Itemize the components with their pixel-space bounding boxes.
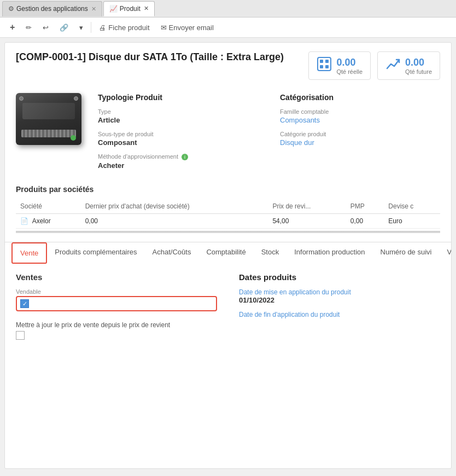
qty-future-label: Qté future	[405, 68, 432, 75]
hdd-platter	[22, 103, 75, 119]
vendable-label: Vendable	[16, 288, 217, 295]
product-body: Typologie Produit Type Article Sous-type…	[5, 84, 451, 185]
categorie-link[interactable]: Disque dur	[280, 138, 440, 147]
qty-reelle-label: Qté réelle	[336, 68, 363, 75]
update-price-row: Mettre à jour le prix de vente depuis le…	[16, 321, 217, 340]
fiche-produit-button[interactable]: 🖨 Fiche produit	[96, 22, 153, 33]
date-application-field: Date de mise en application du produit 0…	[239, 288, 440, 304]
add-button[interactable]: +	[7, 21, 18, 34]
typologie-title: Typologie Produit	[98, 93, 258, 102]
type-field: Type Article	[98, 108, 258, 124]
product-title-area: [COMP-0001-1] Disque dur SATA 1To (Taill…	[5, 43, 451, 84]
qty-future-value: 0.00	[405, 57, 432, 68]
hdd-screw-tr	[74, 96, 78, 101]
vendable-checkbox[interactable]	[20, 299, 29, 308]
qty-reelle-info: 0.00 Qté réelle	[336, 57, 363, 75]
table-bottom-shadow	[16, 231, 440, 233]
qty-reelle-value: 0.00	[336, 57, 363, 68]
tab-gestion-close[interactable]: ✕	[91, 5, 96, 13]
cell-societe: 📄 Axelor	[16, 214, 81, 229]
cell-devise: Euro	[384, 214, 440, 229]
print-icon: 🖨	[99, 24, 106, 32]
vendable-wrap: Vendable	[16, 288, 217, 317]
svg-rect-2	[325, 60, 329, 63]
tab-bar: ⚙ Gestion des applications ✕ 📈 Produit ✕	[0, 0, 456, 18]
date-application-label[interactable]: Date de mise en application du produit	[239, 288, 440, 296]
table-row: 📄 Axelor 0,00 54,00 0,00 Euro	[16, 214, 440, 229]
link-icon: 🔗	[60, 24, 68, 32]
email-icon: ✉	[161, 24, 167, 32]
tab-numero-suivi[interactable]: Numéro de suivi	[373, 242, 440, 264]
pencil-icon: ✏	[26, 24, 32, 32]
tab-gestion-label: Gestion des applications	[16, 5, 88, 13]
qty-future-icon	[385, 56, 401, 75]
envoyer-email-label: Envoyer email	[169, 24, 214, 32]
methode-value: Acheter	[98, 161, 258, 170]
product-details: Typologie Produit Type Article Sous-type…	[98, 93, 440, 176]
col-societe: Société	[16, 199, 81, 214]
vendable-checkbox-container	[16, 296, 217, 311]
attach-button[interactable]: 🔗	[56, 22, 72, 33]
svg-rect-3	[320, 65, 323, 68]
svg-rect-0	[318, 57, 331, 71]
svg-rect-1	[320, 60, 323, 63]
famille-field: Famille comptable Composants	[280, 108, 440, 124]
famille-link[interactable]: Composants	[280, 116, 440, 124]
sous-type-label: Sous-type de produit	[98, 131, 258, 137]
col-prix-revient: Prix de revi...	[268, 199, 346, 214]
nav-tabs-container: Vente Produits complémentaires Achat/Coû…	[5, 242, 451, 264]
famille-label: Famille comptable	[280, 108, 440, 115]
qty-future-info: 0.00 Qté future	[405, 57, 432, 75]
tab-complementaires[interactable]: Produits complémentaires	[47, 242, 144, 264]
tab-produit[interactable]: 📈 Produit ✕	[103, 1, 155, 16]
categorie-label: Catégorie produit	[280, 131, 440, 137]
envoyer-email-button[interactable]: ✉ Envoyer email	[157, 22, 217, 33]
cell-dernier-prix: 0,00	[81, 214, 268, 229]
hdd-image	[16, 93, 81, 145]
product-title: [COMP-0001-1] Disque dur SATA 1To (Taill…	[16, 51, 284, 63]
methode-field: Méthode d'approvisionnement i Acheter	[98, 153, 258, 170]
gear-icon: ⚙	[8, 5, 14, 13]
separator	[91, 22, 91, 33]
companies-title: Produits par sociétés	[16, 185, 440, 194]
dates-title: Dates produits	[239, 272, 440, 282]
col-devise: Devise c	[384, 199, 440, 214]
toolbar: + ✏ ↩ 🔗 ▾ 🖨 Fiche produit ✉ Envoyer emai…	[0, 18, 456, 38]
tab-produit-label: Produit	[120, 5, 141, 13]
chart-icon: 📈	[109, 5, 118, 13]
typologie-section: Typologie Produit Type Article Sous-type…	[98, 93, 258, 176]
tab-comptabilite[interactable]: Comptabilité	[198, 242, 253, 264]
edit-button[interactable]: ✏	[22, 22, 35, 33]
methode-label: Méthode d'approvisionnement i	[98, 153, 258, 160]
cell-pmp: 0,00	[346, 214, 384, 229]
tab-stock[interactable]: Stock	[254, 242, 287, 264]
type-label: Type	[98, 108, 258, 115]
tab-info-production[interactable]: Information production	[287, 242, 372, 264]
fiche-produit-label: Fiche produit	[108, 24, 149, 32]
col-pmp: PMP	[346, 199, 384, 214]
update-price-label: Mettre à jour le prix de vente depuis le…	[16, 321, 217, 329]
sous-type-value: Composant	[98, 138, 258, 147]
tab-gestion[interactable]: ⚙ Gestion des applications ✕	[2, 1, 102, 16]
col-dernier-prix: Dernier prix d'achat (devise société)	[81, 199, 268, 214]
categorisation-title: Catégorisation	[280, 93, 440, 102]
ventes-title: Ventes	[16, 272, 217, 282]
dates-section: Dates produits Date de mise en applicati…	[239, 272, 440, 340]
undo-button[interactable]: ↩	[39, 22, 52, 33]
qty-boxes: 0.00 Qté réelle 0.00 Qté future	[308, 51, 440, 80]
product-image	[16, 93, 87, 176]
tab-vente[interactable]: Vente	[11, 242, 47, 264]
type-value: Article	[98, 116, 258, 124]
dropdown-button[interactable]: ▾	[76, 22, 86, 33]
tab-achat[interactable]: Achat/Coûts	[145, 242, 199, 264]
ventes-section: Ventes Vendable Mettre à jour le prix de…	[5, 264, 451, 349]
plus-icon: +	[10, 22, 15, 32]
tab-va[interactable]: Va	[439, 242, 451, 264]
date-fin-field: Date de fin d'application du produit	[239, 311, 440, 318]
qty-reelle-icon	[317, 56, 332, 75]
qty-reelle-box: 0.00 Qté réelle	[308, 51, 371, 80]
tab-produit-close[interactable]: ✕	[144, 5, 149, 12]
companies-section: Produits par sociétés Société Dernier pr…	[5, 185, 451, 242]
date-fin-label[interactable]: Date de fin d'application du produit	[239, 311, 440, 318]
update-price-checkbox[interactable]	[16, 331, 25, 340]
